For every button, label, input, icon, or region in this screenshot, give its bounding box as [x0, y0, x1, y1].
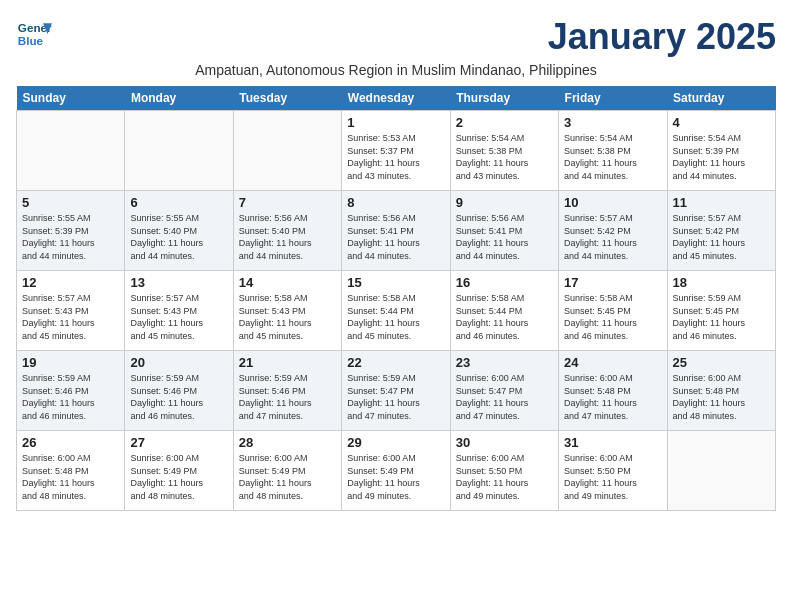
- day-info: Sunrise: 5:53 AM Sunset: 5:37 PM Dayligh…: [347, 132, 444, 182]
- calendar-cell: 2Sunrise: 5:54 AM Sunset: 5:38 PM Daylig…: [450, 111, 558, 191]
- day-info: Sunrise: 5:54 AM Sunset: 5:38 PM Dayligh…: [564, 132, 661, 182]
- day-info: Sunrise: 5:57 AM Sunset: 5:42 PM Dayligh…: [564, 212, 661, 262]
- week-row-1: 1Sunrise: 5:53 AM Sunset: 5:37 PM Daylig…: [17, 111, 776, 191]
- calendar-cell: 21Sunrise: 5:59 AM Sunset: 5:46 PM Dayli…: [233, 351, 341, 431]
- day-number: 8: [347, 195, 444, 210]
- day-info: Sunrise: 6:00 AM Sunset: 5:50 PM Dayligh…: [564, 452, 661, 502]
- day-info: Sunrise: 5:57 AM Sunset: 5:43 PM Dayligh…: [130, 292, 227, 342]
- calendar-cell: [233, 111, 341, 191]
- day-info: Sunrise: 6:00 AM Sunset: 5:48 PM Dayligh…: [22, 452, 119, 502]
- calendar-cell: 16Sunrise: 5:58 AM Sunset: 5:44 PM Dayli…: [450, 271, 558, 351]
- day-info: Sunrise: 5:56 AM Sunset: 5:41 PM Dayligh…: [456, 212, 553, 262]
- day-number: 18: [673, 275, 770, 290]
- weekday-header-row: SundayMondayTuesdayWednesdayThursdayFrid…: [17, 86, 776, 111]
- day-info: Sunrise: 6:00 AM Sunset: 5:49 PM Dayligh…: [239, 452, 336, 502]
- day-number: 17: [564, 275, 661, 290]
- day-info: Sunrise: 6:00 AM Sunset: 5:48 PM Dayligh…: [673, 372, 770, 422]
- day-number: 20: [130, 355, 227, 370]
- day-info: Sunrise: 5:58 AM Sunset: 5:44 PM Dayligh…: [347, 292, 444, 342]
- day-info: Sunrise: 5:54 AM Sunset: 5:38 PM Dayligh…: [456, 132, 553, 182]
- calendar-cell: 13Sunrise: 5:57 AM Sunset: 5:43 PM Dayli…: [125, 271, 233, 351]
- day-info: Sunrise: 6:00 AM Sunset: 5:47 PM Dayligh…: [456, 372, 553, 422]
- day-number: 22: [347, 355, 444, 370]
- week-row-4: 19Sunrise: 5:59 AM Sunset: 5:46 PM Dayli…: [17, 351, 776, 431]
- weekday-tuesday: Tuesday: [233, 86, 341, 111]
- day-info: Sunrise: 5:54 AM Sunset: 5:39 PM Dayligh…: [673, 132, 770, 182]
- day-number: 12: [22, 275, 119, 290]
- calendar-cell: 26Sunrise: 6:00 AM Sunset: 5:48 PM Dayli…: [17, 431, 125, 511]
- day-number: 19: [22, 355, 119, 370]
- day-info: Sunrise: 5:58 AM Sunset: 5:45 PM Dayligh…: [564, 292, 661, 342]
- day-number: 30: [456, 435, 553, 450]
- calendar-cell: 17Sunrise: 5:58 AM Sunset: 5:45 PM Dayli…: [559, 271, 667, 351]
- day-number: 14: [239, 275, 336, 290]
- day-info: Sunrise: 6:00 AM Sunset: 5:49 PM Dayligh…: [347, 452, 444, 502]
- week-row-3: 12Sunrise: 5:57 AM Sunset: 5:43 PM Dayli…: [17, 271, 776, 351]
- day-info: Sunrise: 5:59 AM Sunset: 5:46 PM Dayligh…: [239, 372, 336, 422]
- calendar-cell: 28Sunrise: 6:00 AM Sunset: 5:49 PM Dayli…: [233, 431, 341, 511]
- header: General Blue January 2025: [16, 16, 776, 58]
- calendar-cell: 29Sunrise: 6:00 AM Sunset: 5:49 PM Dayli…: [342, 431, 450, 511]
- day-info: Sunrise: 5:59 AM Sunset: 5:46 PM Dayligh…: [22, 372, 119, 422]
- day-number: 4: [673, 115, 770, 130]
- day-number: 29: [347, 435, 444, 450]
- day-number: 23: [456, 355, 553, 370]
- weekday-saturday: Saturday: [667, 86, 775, 111]
- day-number: 15: [347, 275, 444, 290]
- subtitle: Ampatuan, Autonomous Region in Muslim Mi…: [16, 62, 776, 78]
- logo-icon: General Blue: [16, 16, 52, 52]
- calendar-cell: 12Sunrise: 5:57 AM Sunset: 5:43 PM Dayli…: [17, 271, 125, 351]
- calendar-cell: 25Sunrise: 6:00 AM Sunset: 5:48 PM Dayli…: [667, 351, 775, 431]
- day-info: Sunrise: 5:56 AM Sunset: 5:40 PM Dayligh…: [239, 212, 336, 262]
- day-info: Sunrise: 5:55 AM Sunset: 5:40 PM Dayligh…: [130, 212, 227, 262]
- calendar-cell: 31Sunrise: 6:00 AM Sunset: 5:50 PM Dayli…: [559, 431, 667, 511]
- calendar-cell: 30Sunrise: 6:00 AM Sunset: 5:50 PM Dayli…: [450, 431, 558, 511]
- day-number: 26: [22, 435, 119, 450]
- day-info: Sunrise: 5:59 AM Sunset: 5:46 PM Dayligh…: [130, 372, 227, 422]
- calendar-cell: [125, 111, 233, 191]
- day-info: Sunrise: 5:58 AM Sunset: 5:44 PM Dayligh…: [456, 292, 553, 342]
- day-number: 2: [456, 115, 553, 130]
- day-number: 27: [130, 435, 227, 450]
- calendar-cell: 5Sunrise: 5:55 AM Sunset: 5:39 PM Daylig…: [17, 191, 125, 271]
- day-info: Sunrise: 5:58 AM Sunset: 5:43 PM Dayligh…: [239, 292, 336, 342]
- month-title: January 2025: [548, 16, 776, 58]
- day-number: 11: [673, 195, 770, 210]
- day-info: Sunrise: 5:55 AM Sunset: 5:39 PM Dayligh…: [22, 212, 119, 262]
- weekday-sunday: Sunday: [17, 86, 125, 111]
- weekday-monday: Monday: [125, 86, 233, 111]
- day-number: 1: [347, 115, 444, 130]
- calendar-cell: 23Sunrise: 6:00 AM Sunset: 5:47 PM Dayli…: [450, 351, 558, 431]
- week-row-5: 26Sunrise: 6:00 AM Sunset: 5:48 PM Dayli…: [17, 431, 776, 511]
- day-number: 10: [564, 195, 661, 210]
- weekday-thursday: Thursday: [450, 86, 558, 111]
- day-info: Sunrise: 5:59 AM Sunset: 5:47 PM Dayligh…: [347, 372, 444, 422]
- calendar-cell: 20Sunrise: 5:59 AM Sunset: 5:46 PM Dayli…: [125, 351, 233, 431]
- calendar-cell: 11Sunrise: 5:57 AM Sunset: 5:42 PM Dayli…: [667, 191, 775, 271]
- calendar-table: SundayMondayTuesdayWednesdayThursdayFrid…: [16, 86, 776, 511]
- day-info: Sunrise: 5:59 AM Sunset: 5:45 PM Dayligh…: [673, 292, 770, 342]
- day-number: 3: [564, 115, 661, 130]
- day-number: 7: [239, 195, 336, 210]
- calendar-cell: 9Sunrise: 5:56 AM Sunset: 5:41 PM Daylig…: [450, 191, 558, 271]
- day-number: 24: [564, 355, 661, 370]
- day-number: 28: [239, 435, 336, 450]
- day-number: 6: [130, 195, 227, 210]
- day-number: 21: [239, 355, 336, 370]
- calendar-cell: 3Sunrise: 5:54 AM Sunset: 5:38 PM Daylig…: [559, 111, 667, 191]
- calendar-cell: 6Sunrise: 5:55 AM Sunset: 5:40 PM Daylig…: [125, 191, 233, 271]
- calendar-cell: 18Sunrise: 5:59 AM Sunset: 5:45 PM Dayli…: [667, 271, 775, 351]
- calendar-cell: [667, 431, 775, 511]
- calendar-cell: [17, 111, 125, 191]
- calendar-cell: 24Sunrise: 6:00 AM Sunset: 5:48 PM Dayli…: [559, 351, 667, 431]
- calendar-cell: 7Sunrise: 5:56 AM Sunset: 5:40 PM Daylig…: [233, 191, 341, 271]
- day-number: 5: [22, 195, 119, 210]
- calendar-cell: 1Sunrise: 5:53 AM Sunset: 5:37 PM Daylig…: [342, 111, 450, 191]
- weekday-wednesday: Wednesday: [342, 86, 450, 111]
- day-info: Sunrise: 5:56 AM Sunset: 5:41 PM Dayligh…: [347, 212, 444, 262]
- day-info: Sunrise: 5:57 AM Sunset: 5:42 PM Dayligh…: [673, 212, 770, 262]
- day-number: 13: [130, 275, 227, 290]
- day-number: 31: [564, 435, 661, 450]
- calendar-cell: 19Sunrise: 5:59 AM Sunset: 5:46 PM Dayli…: [17, 351, 125, 431]
- calendar-cell: 27Sunrise: 6:00 AM Sunset: 5:49 PM Dayli…: [125, 431, 233, 511]
